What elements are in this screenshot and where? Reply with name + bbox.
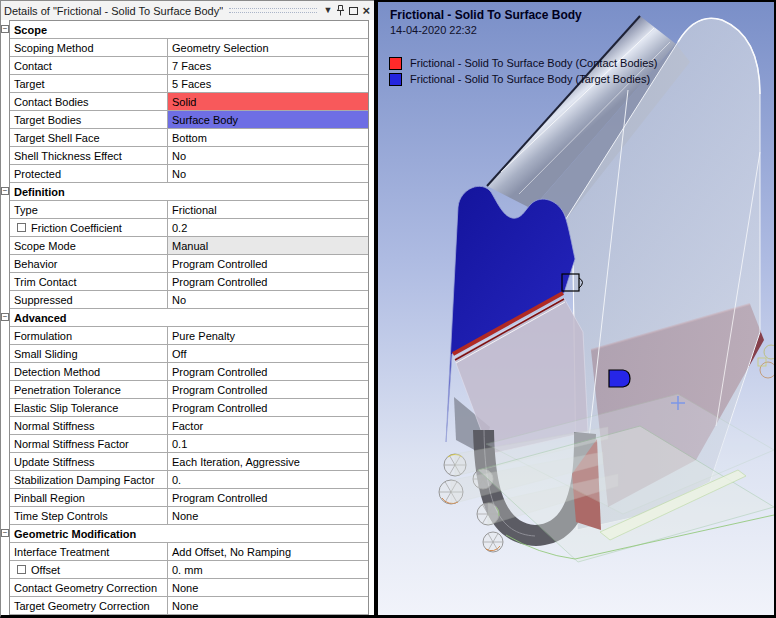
detail-row-pinball-region[interactable]: Pinball RegionProgram Controlled <box>10 489 368 507</box>
panel-grip[interactable] <box>229 8 317 13</box>
detail-row-elastic-slip-tolerance[interactable]: Elastic Slip ToleranceProgram Controlled <box>10 399 368 417</box>
pin-icon[interactable] <box>336 5 345 16</box>
detail-label-text: Elastic Slip Tolerance <box>14 402 118 414</box>
collapse-icon[interactable]: − <box>1 187 9 195</box>
detail-value[interactable]: No <box>168 165 368 182</box>
detail-value[interactable]: None <box>168 597 368 614</box>
detail-label: Contact <box>10 57 168 74</box>
detail-value[interactable]: Manual <box>168 237 368 254</box>
collapse-icon[interactable]: − <box>1 25 9 33</box>
offset-checkbox[interactable] <box>17 565 26 574</box>
legend-label-contact: Frictional - Solid To Surface Body (Cont… <box>410 57 657 69</box>
friction-coefficient-checkbox[interactable] <box>17 223 26 232</box>
detail-value[interactable]: Geometry Selection <box>168 39 368 56</box>
detail-row-target[interactable]: Target5 Faces <box>10 75 368 93</box>
detail-label-text: Trim Contact <box>14 276 77 288</box>
detail-row-update-stiffness[interactable]: Update StiffnessEach Iteration, Aggressi… <box>10 453 368 471</box>
detail-value[interactable]: Program Controlled <box>168 273 368 290</box>
detail-value[interactable]: Bottom <box>168 129 368 146</box>
detail-row-type[interactable]: TypeFrictional <box>10 201 368 219</box>
detail-label-text: Behavior <box>14 258 57 270</box>
detail-value[interactable]: Off <box>168 345 368 362</box>
detail-label: Type <box>10 201 168 218</box>
detail-row-shell-thickness-effect[interactable]: Shell Thickness EffectNo <box>10 147 368 165</box>
maximize-icon[interactable] <box>349 7 358 15</box>
detail-label-text: Type <box>14 204 38 216</box>
detail-value[interactable]: Program Controlled <box>168 399 368 416</box>
detail-value[interactable]: Each Iteration, Aggressive <box>168 453 368 470</box>
detail-row-target-bodies[interactable]: Target BodiesSurface Body <box>10 111 368 129</box>
detail-value[interactable]: Pure Penalty <box>168 327 368 344</box>
detail-value[interactable]: No <box>168 147 368 164</box>
detail-label-text: Scoping Method <box>14 42 94 54</box>
detail-value[interactable]: 0. mm <box>168 561 368 578</box>
detail-row-normal-stiffness-factor[interactable]: Normal Stiffness Factor0.1 <box>10 435 368 453</box>
detail-row-contact-bodies[interactable]: Contact BodiesSolid <box>10 93 368 111</box>
detail-value[interactable]: Program Controlled <box>168 363 368 380</box>
detail-row-friction-coefficient[interactable]: Friction Coefficient0.2 <box>10 219 368 237</box>
detail-value[interactable]: 0. <box>168 471 368 488</box>
detail-row-contact-geometry-correction[interactable]: Contact Geometry CorrectionNone <box>10 579 368 597</box>
detail-value[interactable]: 0.1 <box>168 435 368 452</box>
detail-value[interactable]: Program Controlled <box>168 255 368 272</box>
group-header-definition[interactable]: −Definition <box>10 183 368 201</box>
detail-row-stabilization-damping-factor[interactable]: Stabilization Damping Factor0. <box>10 471 368 489</box>
detail-value[interactable]: 0.2 <box>168 219 368 236</box>
detail-value[interactable]: Program Controlled <box>168 381 368 398</box>
collapse-icon[interactable]: − <box>1 313 9 321</box>
detail-label: Interface Treatment <box>10 543 168 560</box>
detail-value[interactable]: 7 Faces <box>168 57 368 74</box>
detail-row-interface-treatment[interactable]: Interface TreatmentAdd Offset, No Rampin… <box>10 543 368 561</box>
detail-value[interactable]: None <box>168 579 368 596</box>
detail-label-text: Contact <box>14 60 52 72</box>
detail-value[interactable]: 5 Faces <box>168 75 368 92</box>
detail-label: Target Shell Face <box>10 129 168 146</box>
detail-label-text: Target Bodies <box>14 114 81 126</box>
group-header-advanced[interactable]: −Advanced <box>10 309 368 327</box>
detail-row-target-geometry-correction[interactable]: Target Geometry CorrectionNone <box>10 597 368 615</box>
legend-item-target: Frictional - Solid To Surface Body (Targ… <box>389 71 657 87</box>
scene-svg <box>378 2 774 615</box>
detail-value[interactable]: Frictional <box>168 201 368 218</box>
detail-row-penetration-tolerance[interactable]: Penetration ToleranceProgram Controlled <box>10 381 368 399</box>
detail-row-small-sliding[interactable]: Small SlidingOff <box>10 345 368 363</box>
detail-label-text: Protected <box>14 168 61 180</box>
detail-label-text: Normal Stiffness <box>14 420 95 432</box>
graphics-viewport[interactable]: Frictional - Solid To Surface Body 14-04… <box>378 0 776 618</box>
detail-value[interactable]: Program Controlled <box>168 489 368 506</box>
group-header-geometric-modification[interactable]: −Geometric Modification <box>10 525 368 543</box>
legend-label-target: Frictional - Solid To Surface Body (Targ… <box>410 73 650 85</box>
detail-value[interactable]: Factor <box>168 417 368 434</box>
detail-row-suppressed[interactable]: SuppressedNo <box>10 291 368 309</box>
detail-row-scope-mode[interactable]: Scope ModeManual <box>10 237 368 255</box>
detail-row-offset[interactable]: Offset0. mm <box>10 561 368 579</box>
detail-value[interactable]: Surface Body <box>168 111 368 128</box>
close-icon[interactable]: × <box>362 5 370 16</box>
detail-row-behavior[interactable]: BehaviorProgram Controlled <box>10 255 368 273</box>
target-color-swatch <box>389 73 402 86</box>
chevron-down-icon[interactable]: ▼ <box>323 6 332 15</box>
detail-row-protected[interactable]: ProtectedNo <box>10 165 368 183</box>
details-title: Details of "Frictional - Solid To Surfac… <box>4 5 223 17</box>
detail-row-formulation[interactable]: FormulationPure Penalty <box>10 327 368 345</box>
details-titlebar[interactable]: Details of "Frictional - Solid To Surfac… <box>1 1 374 20</box>
target-annotation-flag[interactable] <box>609 370 630 387</box>
detail-row-time-step-controls[interactable]: Time Step ControlsNone <box>10 507 368 525</box>
detail-label-text: Target Geometry Correction <box>14 600 150 612</box>
detail-value[interactable]: No <box>168 291 368 308</box>
group-header-scope[interactable]: −Scope <box>10 21 368 39</box>
viewport-timestamp: 14-04-2020 22:32 <box>390 24 477 36</box>
detail-label-text: Target Shell Face <box>14 132 100 144</box>
detail-label: Suppressed <box>10 291 168 308</box>
detail-row-normal-stiffness[interactable]: Normal StiffnessFactor <box>10 417 368 435</box>
detail-row-contact[interactable]: Contact7 Faces <box>10 57 368 75</box>
collapse-icon[interactable]: − <box>1 529 9 537</box>
detail-row-target-shell-face[interactable]: Target Shell FaceBottom <box>10 129 368 147</box>
detail-value[interactable]: Add Offset, No Ramping <box>168 543 368 560</box>
detail-row-detection-method[interactable]: Detection MethodProgram Controlled <box>10 363 368 381</box>
detail-row-trim-contact[interactable]: Trim ContactProgram Controlled <box>10 273 368 291</box>
detail-row-scoping-method[interactable]: Scoping MethodGeometry Selection <box>10 39 368 57</box>
detail-value[interactable]: None <box>168 507 368 524</box>
detail-value[interactable]: Solid <box>168 93 368 110</box>
detail-label-text: Stabilization Damping Factor <box>14 474 155 486</box>
